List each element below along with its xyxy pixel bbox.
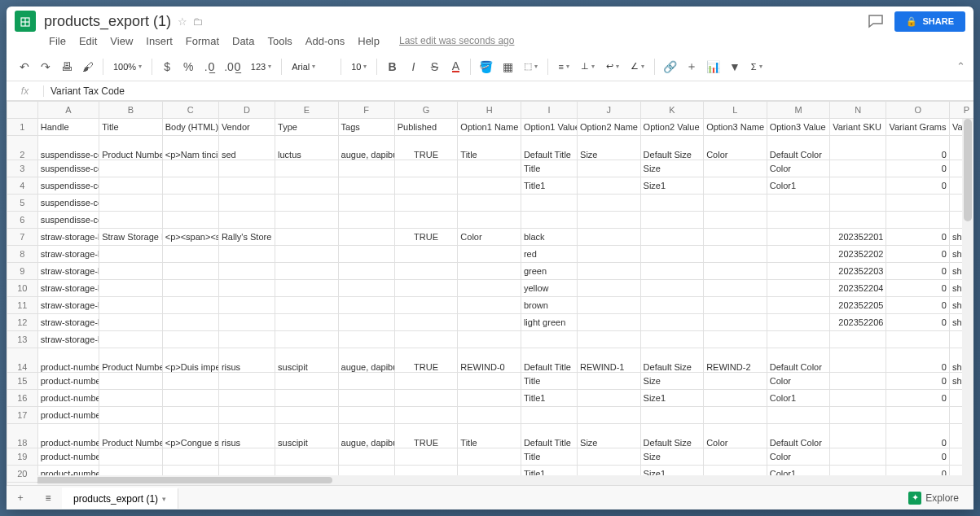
doc-title[interactable]: products_export (1) [44,13,171,30]
cell[interactable] [521,407,577,424]
last-edit-link[interactable]: Last edit was seconds ago [394,33,519,49]
cell[interactable] [394,407,458,424]
cell[interactable] [394,314,458,331]
cell[interactable] [458,177,521,195]
cell[interactable] [338,246,394,263]
cell[interactable]: Color [458,229,521,246]
cell[interactable] [99,448,163,466]
cell[interactable] [640,314,704,331]
cell[interactable]: Default Title [521,424,577,448]
cell[interactable] [578,195,641,212]
rotate-icon[interactable]: ∠ [626,59,649,74]
cell[interactable] [830,373,886,390]
cell[interactable] [99,407,163,424]
cell[interactable]: Size1 [640,177,704,195]
cell[interactable]: product-number- [37,348,99,373]
cell[interactable]: 202352204 [830,280,886,297]
row-header[interactable]: 1 [7,119,38,136]
cell[interactable]: suspendisse-congue-sodales-massa-sit-ame… [37,177,99,195]
col-header[interactable]: F [338,102,394,119]
cell[interactable] [218,246,275,263]
cell[interactable]: product-number-nine [37,390,99,407]
cell[interactable] [394,373,458,390]
cell[interactable] [458,212,521,229]
cell[interactable] [830,195,886,212]
cell[interactable] [830,177,886,195]
cell[interactable] [767,246,830,263]
cell[interactable] [767,212,830,229]
cell[interactable]: 0 [886,263,950,280]
chart-icon[interactable]: 📊 [703,57,723,77]
cell[interactable]: product-number- [37,424,99,448]
cell[interactable] [521,195,577,212]
cell[interactable] [458,390,521,407]
cell[interactable]: suscipit [275,348,339,373]
cell[interactable] [99,314,163,331]
cell[interactable] [578,314,641,331]
menu-view[interactable]: View [105,33,138,50]
filter-icon[interactable]: ▼ [725,57,745,77]
cell[interactable] [640,246,704,263]
paint-format-icon[interactable]: 🖌 [78,57,98,77]
row-header[interactable]: 7 [7,229,38,246]
row-header[interactable]: 10 [7,280,38,297]
merge-icon[interactable]: ⬚ [519,59,543,74]
cell[interactable] [830,390,886,407]
collapse-toolbar-icon[interactable]: ⌃ [956,60,965,72]
cell[interactable]: REWIND-2 [704,348,767,373]
header-cell[interactable]: Option2 Name [578,119,641,136]
menu-data[interactable]: Data [227,33,259,50]
header-cell[interactable]: Option1 Name [458,119,521,136]
cell[interactable] [275,246,339,263]
cell[interactable] [99,263,163,280]
cell[interactable] [767,280,830,297]
cell[interactable]: 0 [886,348,950,373]
row-header[interactable]: 18 [7,424,38,448]
cell[interactable] [99,195,163,212]
cell[interactable]: Color [704,424,767,448]
cell[interactable] [394,195,458,212]
cell[interactable] [338,448,394,466]
cell[interactable] [99,246,163,263]
cell[interactable] [218,331,275,348]
cell[interactable] [162,297,218,314]
cell[interactable]: 202352203 [830,263,886,280]
cell[interactable] [886,195,950,212]
row-header[interactable]: 12 [7,314,38,331]
cell[interactable] [458,297,521,314]
col-header[interactable]: L [704,102,767,119]
cell[interactable]: risus [218,424,275,448]
cell[interactable] [275,331,339,348]
header-cell[interactable]: Published [394,119,458,136]
share-button[interactable]: 🔒 SHARE [894,11,965,32]
cell[interactable]: straw-storage-basket-flower-pot [37,314,99,331]
cell[interactable] [338,280,394,297]
cell[interactable] [162,314,218,331]
cell[interactable]: Color1 [767,177,830,195]
cell[interactable] [338,331,394,348]
menu-addons[interactable]: Add-ons [301,33,349,50]
row-header[interactable]: 3 [7,160,38,177]
cell[interactable] [458,331,521,348]
cell[interactable] [338,373,394,390]
cell[interactable]: 0 [886,314,950,331]
vertical-scrollbar[interactable] [962,119,973,485]
cell[interactable] [338,297,394,314]
cell[interactable] [521,331,577,348]
cell[interactable]: 202352205 [830,297,886,314]
cell[interactable] [162,373,218,390]
cell[interactable] [704,195,767,212]
col-header[interactable]: J [578,102,641,119]
cell[interactable] [458,314,521,331]
cell[interactable]: Default Title [521,348,577,373]
comments-icon[interactable] [864,9,888,33]
row-header[interactable]: 8 [7,246,38,263]
cell[interactable]: Default Size [640,136,704,160]
cell[interactable] [578,280,641,297]
cell[interactable]: Default Size [640,348,704,373]
cell[interactable] [640,280,704,297]
cell[interactable] [218,195,275,212]
horizontal-scrollbar[interactable] [36,475,962,485]
cell[interactable]: sed [218,136,275,160]
cell[interactable] [99,280,163,297]
